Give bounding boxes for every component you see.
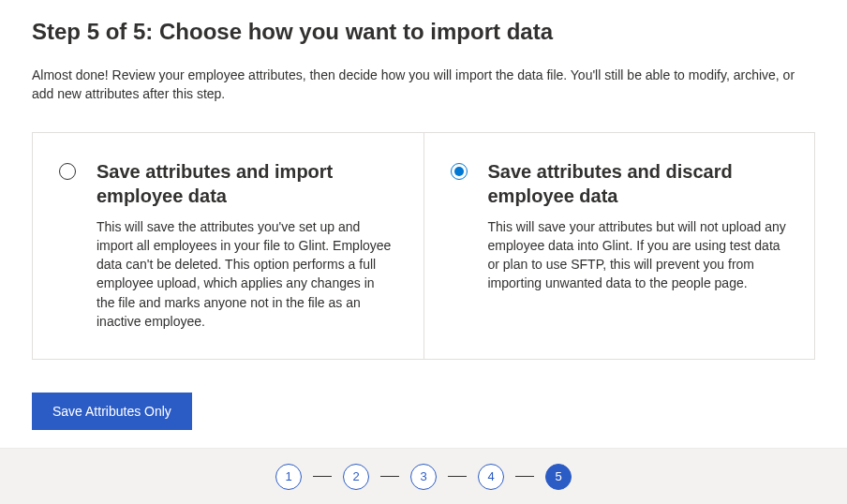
stepper-bar: 1 2 3 4 5 (0, 448, 847, 504)
step-4[interactable]: 4 (478, 464, 504, 490)
step-1[interactable]: 1 (275, 464, 302, 490)
option-save-and-discard[interactable]: Save attributes and discard employee dat… (424, 133, 815, 360)
page-title: Step 5 of 5: Choose how you want to impo… (32, 19, 815, 45)
step-connector (448, 476, 467, 477)
page-description: Almost done! Review your employee attrib… (32, 66, 815, 104)
step-connector (515, 476, 534, 477)
step-connector (380, 476, 399, 477)
step-5[interactable]: 5 (545, 464, 572, 490)
step-3[interactable]: 3 (410, 464, 437, 490)
option-save-and-import[interactable]: Save attributes and import employee data… (33, 133, 424, 360)
save-attributes-button[interactable]: Save Attributes Only (32, 393, 192, 430)
step-connector (313, 476, 332, 477)
step-2[interactable]: 2 (343, 464, 369, 490)
option-title-discard: Save attributes and discard employee dat… (488, 159, 787, 208)
radio-save-and-import[interactable] (59, 163, 76, 180)
option-title-import: Save attributes and import employee data (97, 159, 395, 208)
option-description-import: This will save the attributes you've set… (97, 217, 395, 332)
radio-save-and-discard[interactable] (451, 163, 468, 180)
option-description-discard: This will save your attributes but will … (488, 217, 787, 293)
radio-selected-icon (454, 167, 464, 176)
options-container: Save attributes and import employee data… (32, 132, 815, 361)
